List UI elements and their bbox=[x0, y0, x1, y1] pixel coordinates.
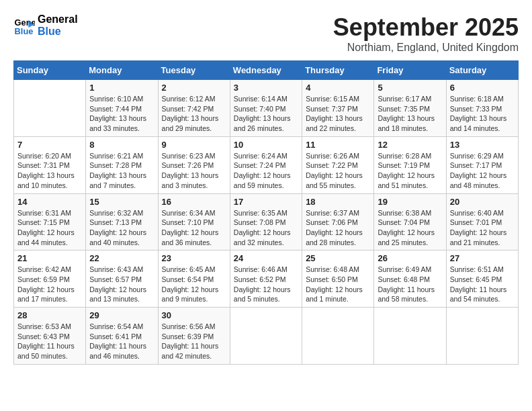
day-number: 15 bbox=[89, 197, 154, 207]
day-number: 25 bbox=[306, 253, 370, 263]
calendar-cell bbox=[374, 308, 446, 365]
day-number: 3 bbox=[234, 83, 298, 93]
day-number: 17 bbox=[234, 197, 298, 207]
calendar-cell: 1Sunrise: 6:10 AMSunset: 7:44 PMDaylight… bbox=[86, 80, 158, 137]
day-info: Sunrise: 6:56 AMSunset: 6:39 PMDaylight:… bbox=[162, 322, 226, 361]
day-info: Sunrise: 6:53 AMSunset: 6:43 PMDaylight:… bbox=[17, 322, 82, 361]
day-info: Sunrise: 6:21 AMSunset: 7:28 PMDaylight:… bbox=[89, 151, 154, 191]
day-info: Sunrise: 6:34 AMSunset: 7:10 PMDaylight:… bbox=[162, 208, 226, 248]
day-number: 30 bbox=[162, 310, 226, 320]
day-info: Sunrise: 6:43 AMSunset: 6:57 PMDaylight:… bbox=[89, 265, 154, 304]
calendar-cell: 26Sunrise: 6:49 AMSunset: 6:48 PMDayligh… bbox=[374, 250, 446, 308]
calendar-cell: 23Sunrise: 6:45 AMSunset: 6:54 PMDayligh… bbox=[158, 250, 230, 308]
day-info: Sunrise: 6:18 AMSunset: 7:33 PMDaylight:… bbox=[450, 94, 515, 134]
day-number: 18 bbox=[306, 197, 370, 207]
day-number: 27 bbox=[450, 253, 515, 263]
day-number: 24 bbox=[234, 253, 298, 263]
day-info: Sunrise: 6:32 AMSunset: 7:13 PMDaylight:… bbox=[89, 208, 154, 248]
day-info: Sunrise: 6:31 AMSunset: 7:15 PMDaylight:… bbox=[17, 208, 82, 248]
day-number: 14 bbox=[17, 197, 82, 207]
calendar-week-4: 21Sunrise: 6:42 AMSunset: 6:59 PMDayligh… bbox=[14, 250, 519, 308]
calendar-header-row: SundayMondayTuesdayWednesdayThursdayFrid… bbox=[14, 61, 519, 80]
calendar-cell: 13Sunrise: 6:29 AMSunset: 7:17 PMDayligh… bbox=[446, 136, 518, 193]
calendar-cell bbox=[446, 308, 518, 365]
day-number: 20 bbox=[450, 197, 515, 207]
calendar-cell: 4Sunrise: 6:15 AMSunset: 7:37 PMDaylight… bbox=[302, 80, 374, 137]
calendar-cell: 12Sunrise: 6:28 AMSunset: 7:19 PMDayligh… bbox=[374, 136, 446, 193]
calendar-cell: 11Sunrise: 6:26 AMSunset: 7:22 PMDayligh… bbox=[302, 136, 374, 193]
day-info: Sunrise: 6:38 AMSunset: 7:04 PMDaylight:… bbox=[378, 208, 442, 248]
calendar-cell: 18Sunrise: 6:37 AMSunset: 7:06 PMDayligh… bbox=[302, 193, 374, 250]
calendar-cell: 8Sunrise: 6:21 AMSunset: 7:28 PMDaylight… bbox=[86, 136, 158, 193]
calendar-cell bbox=[14, 80, 86, 137]
title-area: September 2025 Northiam, England, United… bbox=[333, 13, 519, 54]
day-number: 4 bbox=[306, 83, 370, 93]
calendar-cell: 25Sunrise: 6:48 AMSunset: 6:50 PMDayligh… bbox=[302, 250, 374, 308]
calendar-cell: 20Sunrise: 6:40 AMSunset: 7:01 PMDayligh… bbox=[446, 193, 518, 250]
day-info: Sunrise: 6:51 AMSunset: 6:45 PMDaylight:… bbox=[450, 265, 515, 304]
calendar-cell: 17Sunrise: 6:35 AMSunset: 7:08 PMDayligh… bbox=[230, 193, 302, 250]
calendar-cell: 6Sunrise: 6:18 AMSunset: 7:33 PMDaylight… bbox=[446, 80, 518, 137]
logo: General Blue General Blue bbox=[13, 13, 78, 37]
calendar-week-2: 7Sunrise: 6:20 AMSunset: 7:31 PMDaylight… bbox=[14, 136, 519, 193]
calendar-week-5: 28Sunrise: 6:53 AMSunset: 6:43 PMDayligh… bbox=[14, 308, 519, 365]
day-number: 13 bbox=[450, 140, 515, 150]
day-info: Sunrise: 6:15 AMSunset: 7:37 PMDaylight:… bbox=[306, 94, 370, 134]
weekday-header-monday: Monday bbox=[86, 61, 158, 80]
day-number: 6 bbox=[450, 83, 515, 93]
day-info: Sunrise: 6:26 AMSunset: 7:22 PMDaylight:… bbox=[306, 151, 370, 191]
day-number: 19 bbox=[378, 197, 442, 207]
day-number: 16 bbox=[162, 197, 226, 207]
logo-text-blue: Blue bbox=[38, 26, 78, 38]
calendar-cell: 10Sunrise: 6:24 AMSunset: 7:24 PMDayligh… bbox=[230, 136, 302, 193]
day-info: Sunrise: 6:23 AMSunset: 7:26 PMDaylight:… bbox=[162, 151, 226, 191]
calendar-cell: 7Sunrise: 6:20 AMSunset: 7:31 PMDaylight… bbox=[14, 136, 86, 193]
weekday-header-sunday: Sunday bbox=[14, 61, 86, 80]
calendar-body: 1Sunrise: 6:10 AMSunset: 7:44 PMDaylight… bbox=[14, 80, 519, 365]
location-title: Northiam, England, United Kingdom bbox=[333, 42, 519, 54]
calendar-cell: 27Sunrise: 6:51 AMSunset: 6:45 PMDayligh… bbox=[446, 250, 518, 308]
day-number: 2 bbox=[162, 83, 226, 93]
calendar-cell: 29Sunrise: 6:54 AMSunset: 6:41 PMDayligh… bbox=[86, 308, 158, 365]
calendar-cell: 21Sunrise: 6:42 AMSunset: 6:59 PMDayligh… bbox=[14, 250, 86, 308]
calendar-cell: 2Sunrise: 6:12 AMSunset: 7:42 PMDaylight… bbox=[158, 80, 230, 137]
day-number: 29 bbox=[89, 310, 154, 320]
calendar-cell: 24Sunrise: 6:46 AMSunset: 6:52 PMDayligh… bbox=[230, 250, 302, 308]
calendar-cell: 30Sunrise: 6:56 AMSunset: 6:39 PMDayligh… bbox=[158, 308, 230, 365]
day-number: 26 bbox=[378, 253, 442, 263]
day-info: Sunrise: 6:40 AMSunset: 7:01 PMDaylight:… bbox=[450, 208, 515, 248]
calendar-week-1: 1Sunrise: 6:10 AMSunset: 7:44 PMDaylight… bbox=[14, 80, 519, 137]
day-number: 1 bbox=[89, 83, 154, 93]
day-info: Sunrise: 6:42 AMSunset: 6:59 PMDaylight:… bbox=[17, 265, 82, 304]
weekday-header-friday: Friday bbox=[374, 61, 446, 80]
day-number: 7 bbox=[17, 140, 82, 150]
calendar-table: SundayMondayTuesdayWednesdayThursdayFrid… bbox=[13, 60, 519, 365]
day-number: 21 bbox=[17, 253, 82, 263]
day-info: Sunrise: 6:48 AMSunset: 6:50 PMDaylight:… bbox=[306, 265, 370, 304]
day-info: Sunrise: 6:17 AMSunset: 7:35 PMDaylight:… bbox=[378, 94, 442, 134]
day-number: 9 bbox=[162, 140, 226, 150]
day-number: 8 bbox=[89, 140, 154, 150]
day-info: Sunrise: 6:46 AMSunset: 6:52 PMDaylight:… bbox=[234, 265, 298, 304]
calendar-week-3: 14Sunrise: 6:31 AMSunset: 7:15 PMDayligh… bbox=[14, 193, 519, 250]
day-number: 28 bbox=[17, 310, 82, 320]
day-number: 5 bbox=[378, 83, 442, 93]
weekday-header-thursday: Thursday bbox=[302, 61, 374, 80]
calendar-cell: 5Sunrise: 6:17 AMSunset: 7:35 PMDaylight… bbox=[374, 80, 446, 137]
calendar-cell bbox=[230, 308, 302, 365]
day-info: Sunrise: 6:37 AMSunset: 7:06 PMDaylight:… bbox=[306, 208, 370, 248]
day-info: Sunrise: 6:35 AMSunset: 7:08 PMDaylight:… bbox=[234, 208, 298, 248]
day-info: Sunrise: 6:29 AMSunset: 7:17 PMDaylight:… bbox=[450, 151, 515, 191]
calendar-cell: 16Sunrise: 6:34 AMSunset: 7:10 PMDayligh… bbox=[158, 193, 230, 250]
day-info: Sunrise: 6:14 AMSunset: 7:40 PMDaylight:… bbox=[234, 94, 298, 134]
day-number: 23 bbox=[162, 253, 226, 263]
calendar-cell bbox=[302, 308, 374, 365]
day-info: Sunrise: 6:24 AMSunset: 7:24 PMDaylight:… bbox=[234, 151, 298, 191]
calendar-cell: 14Sunrise: 6:31 AMSunset: 7:15 PMDayligh… bbox=[14, 193, 86, 250]
weekday-header-saturday: Saturday bbox=[446, 61, 518, 80]
calendar-cell: 19Sunrise: 6:38 AMSunset: 7:04 PMDayligh… bbox=[374, 193, 446, 250]
day-info: Sunrise: 6:49 AMSunset: 6:48 PMDaylight:… bbox=[378, 265, 442, 304]
calendar-cell: 28Sunrise: 6:53 AMSunset: 6:43 PMDayligh… bbox=[14, 308, 86, 365]
calendar-cell: 22Sunrise: 6:43 AMSunset: 6:57 PMDayligh… bbox=[86, 250, 158, 308]
svg-text:Blue: Blue bbox=[15, 26, 34, 36]
